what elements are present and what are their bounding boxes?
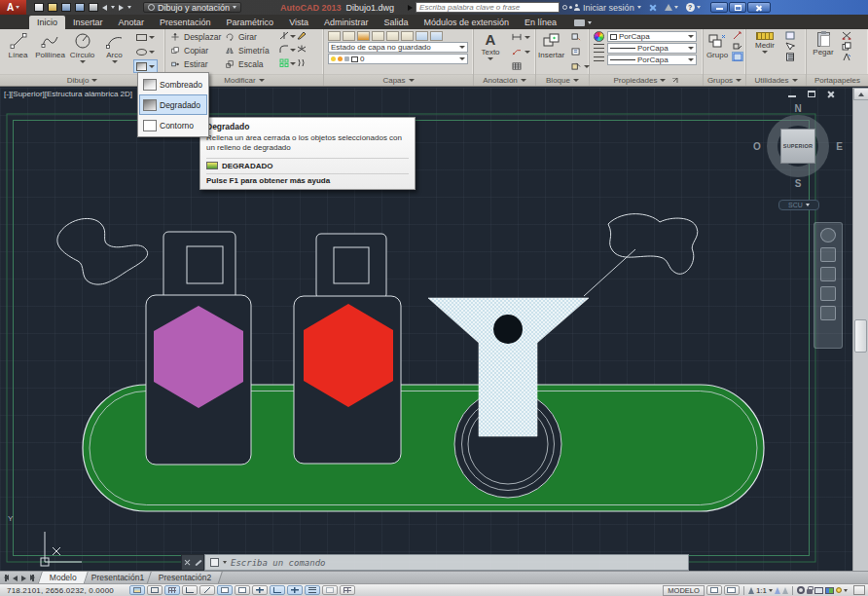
id-point-button[interactable]: [784, 30, 796, 40]
offset-button[interactable]: [296, 57, 307, 67]
propiedades-launcher-icon[interactable]: [672, 78, 678, 84]
command-dock-grip[interactable]: [181, 554, 204, 571]
panel-title-propiedades[interactable]: Propiedades: [590, 74, 703, 86]
sign-in-label[interactable]: Iniciar sesión: [583, 3, 634, 13]
search-input[interactable]: [416, 2, 560, 13]
clean-screen-button[interactable]: [853, 585, 865, 595]
circle-tool[interactable]: Círculo: [66, 30, 98, 74]
sign-in-caret-icon[interactable]: [637, 6, 641, 9]
measure-tool[interactable]: Medir: [748, 30, 781, 74]
navigation-bar[interactable]: [814, 222, 843, 349]
tab-vista[interactable]: Vista: [281, 16, 316, 29]
menu-item-contorno[interactable]: Contorno: [139, 115, 207, 135]
search-binoculars-icon[interactable]: [562, 5, 567, 10]
linetype-icon[interactable]: [594, 56, 604, 63]
prev-layout-icon[interactable]: [13, 576, 18, 581]
array-button[interactable]: [278, 57, 290, 67]
group-edit-button[interactable]: [732, 41, 743, 51]
osnap-toggle[interactable]: [217, 585, 233, 595]
compass-north[interactable]: N: [794, 103, 801, 114]
last-layout-icon[interactable]: [30, 575, 34, 581]
help-icon[interactable]: ?: [686, 3, 695, 12]
compass-west[interactable]: O: [753, 141, 761, 152]
workspace-switching-icon[interactable]: [797, 586, 805, 594]
tab-anotar[interactable]: Anotar: [111, 16, 153, 29]
layer-isolate-icon[interactable]: [357, 31, 370, 41]
polar-tracking-toggle[interactable]: [199, 585, 215, 595]
compass-south[interactable]: S: [795, 178, 802, 189]
move-tool[interactable]: Desplazar: [169, 30, 224, 44]
layer-properties-icon[interactable]: [328, 31, 341, 41]
grid-toggle[interactable]: [164, 585, 180, 595]
layer-state-dropdown[interactable]: Estado de capa no guardado: [328, 42, 468, 53]
workspace-switcher[interactable]: Dibujo y anotación: [143, 2, 241, 13]
layer-lock-icon[interactable]: [386, 31, 399, 41]
command-input-bar[interactable]: Escriba un comando: [204, 554, 689, 571]
viewcube-top-face[interactable]: SUPERIOR: [780, 129, 815, 164]
performance-bulb-icon[interactable]: [836, 587, 842, 593]
command-prompt-text[interactable]: Escriba un comando: [231, 558, 326, 568]
stretch-tool[interactable]: Estirar: [169, 57, 224, 71]
exchange-apps-icon[interactable]: [649, 4, 657, 12]
new-file-icon[interactable]: [34, 3, 44, 12]
freeform-spline-right[interactable]: [608, 214, 698, 275]
tab-en-linea[interactable]: En línea: [517, 16, 564, 29]
recent-commands-icon[interactable]: [210, 558, 219, 567]
match-properties-button[interactable]: [841, 52, 852, 61]
tab-salida[interactable]: Salida: [377, 16, 416, 29]
insert-block-tool[interactable]: Insertar: [538, 30, 564, 74]
wcs-menu-button[interactable]: SCU: [778, 200, 819, 210]
panel-title-anotacion[interactable]: Anotación: [474, 74, 535, 86]
infer-constraints-toggle[interactable]: [129, 585, 145, 595]
polyline-tool[interactable]: Polilínea: [34, 30, 66, 74]
table-button[interactable]: [508, 59, 533, 73]
quick-select-button[interactable]: [784, 41, 796, 51]
paste-tool[interactable]: Pegar: [809, 30, 838, 74]
quick-calc-button[interactable]: [784, 52, 796, 61]
erase-button[interactable]: [296, 30, 307, 40]
stirrer-line[interactable]: [584, 249, 635, 296]
copy-tool[interactable]: Copiar: [169, 44, 224, 57]
autodesk360-caret-icon[interactable]: [674, 6, 678, 9]
quick-properties-toggle[interactable]: [340, 585, 355, 595]
tab-presentacion1[interactable]: Presentación1: [80, 571, 157, 583]
layer-prev-icon[interactable]: [416, 31, 428, 41]
sign-in-icon[interactable]: [573, 4, 580, 11]
viewcube[interactable]: N S E O SUPERIOR: [757, 105, 839, 187]
layer-unsaved-icon[interactable]: [430, 31, 443, 41]
menu-item-degradado[interactable]: Degradado: [139, 94, 207, 115]
maximize-button[interactable]: [729, 2, 746, 13]
hardware-acceleration-icon[interactable]: [814, 587, 823, 594]
linetype-dropdown[interactable]: PorCapa: [607, 55, 697, 65]
lineweight-dropdown[interactable]: PorCapa: [607, 43, 697, 54]
save-icon[interactable]: [61, 3, 71, 12]
redo-icon[interactable]: [119, 5, 124, 11]
close-button[interactable]: [747, 2, 771, 13]
arc-tool[interactable]: Arco: [98, 30, 130, 74]
group-selection-toggle[interactable]: [732, 52, 743, 61]
annotation-visibility-icon[interactable]: [775, 587, 780, 594]
next-layout-icon[interactable]: [21, 576, 26, 581]
layer-off-icon[interactable]: [343, 31, 355, 41]
dimension-button[interactable]: [508, 30, 533, 44]
redo-caret-icon[interactable]: [127, 6, 131, 9]
bottle2-cap[interactable]: [316, 234, 386, 299]
tab-insertar[interactable]: Insertar: [65, 16, 111, 29]
layer-dropdown[interactable]: 0: [328, 54, 468, 64]
scroll-up-icon[interactable]: [853, 88, 868, 100]
panel-title-grupos[interactable]: Grupos: [704, 74, 745, 86]
leader-button[interactable]: [508, 45, 533, 58]
model-space-button[interactable]: MODELO: [663, 585, 705, 596]
annotation-scale-caret-icon[interactable]: [769, 589, 773, 592]
otrack-toggle[interactable]: [252, 585, 268, 595]
recent-commands-caret-icon[interactable]: [223, 561, 227, 564]
hatch-split-button[interactable]: [133, 59, 158, 73]
freeform-spline-left[interactable]: [57, 218, 148, 284]
undo-caret-icon[interactable]: [111, 6, 115, 9]
explode-button[interactable]: [296, 44, 307, 54]
menu-item-sombreado[interactable]: Sombreado: [139, 74, 207, 94]
scrollbar-thumb[interactable]: [854, 319, 867, 353]
transparency-toggle[interactable]: [322, 585, 338, 595]
scale-tool[interactable]: Escala: [224, 57, 278, 71]
tab-administrar[interactable]: Administrar: [316, 16, 377, 29]
